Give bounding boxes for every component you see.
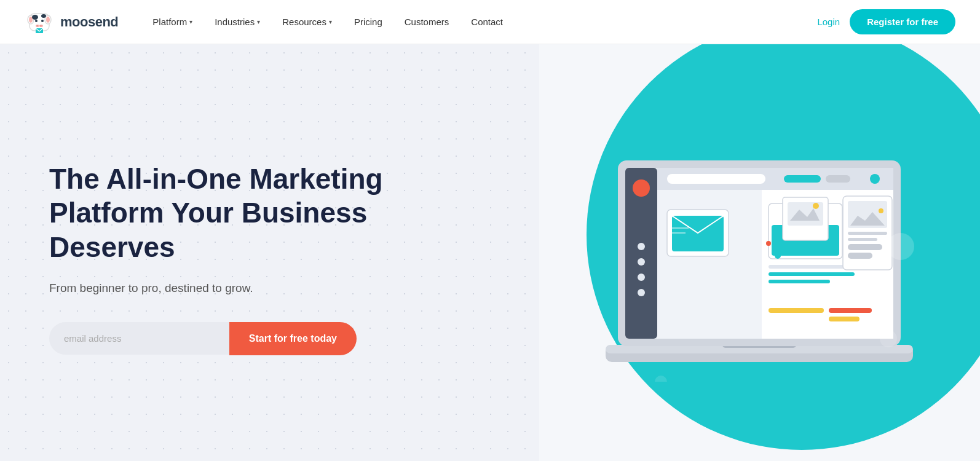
svg-rect-29 (826, 175, 850, 183)
svg-point-4 (46, 17, 50, 23)
svg-rect-56 (848, 253, 872, 259)
svg-point-12 (41, 25, 42, 26)
navbar: moosend Platform ▾ Industries ▾ Resource… (0, 0, 980, 44)
svg-point-6 (41, 14, 46, 18)
svg-point-8 (41, 20, 44, 22)
register-button[interactable]: Register for free (850, 9, 955, 34)
nav-links: Platform ▾ Industries ▾ Resources ▾ Pric… (143, 12, 817, 32)
svg-point-5 (32, 15, 38, 20)
svg-rect-47 (769, 308, 824, 313)
nav-resources[interactable]: Resources ▾ (272, 12, 342, 32)
svg-point-59 (655, 376, 667, 382)
svg-point-23 (638, 289, 645, 296)
hero-left: The All-in-One Marketing Platform Your B… (0, 44, 539, 461)
nav-pricing[interactable]: Pricing (344, 12, 392, 32)
svg-point-21 (638, 258, 645, 266)
svg-rect-27 (667, 174, 765, 184)
platform-arrow-icon: ▾ (189, 18, 192, 25)
svg-rect-48 (829, 308, 872, 313)
svg-rect-55 (848, 244, 882, 250)
login-link[interactable]: Login (817, 17, 840, 27)
nav-platform[interactable]: Platform ▾ (143, 12, 202, 32)
laptop-illustration (587, 124, 931, 382)
svg-rect-28 (784, 175, 821, 183)
nav-contact[interactable]: Contact (461, 12, 513, 32)
hero-section: The All-in-One Marketing Platform Your B… (0, 44, 980, 461)
email-input[interactable] (49, 322, 229, 355)
brand-name: moosend (60, 14, 118, 30)
hero-subtitle: From beginner to pro, destined to grow. (49, 282, 502, 295)
svg-rect-45 (769, 272, 855, 276)
svg-point-41 (813, 203, 819, 209)
nav-industries[interactable]: Industries ▾ (205, 12, 270, 32)
svg-point-52 (879, 208, 883, 213)
svg-point-30 (870, 174, 880, 184)
nav-auth: Login Register for free (817, 9, 955, 34)
svg-point-24 (633, 179, 650, 197)
svg-rect-46 (769, 280, 830, 283)
svg-point-58 (880, 330, 897, 347)
hero-form: Start for free today (49, 322, 357, 355)
svg-point-22 (638, 274, 645, 281)
svg-rect-53 (848, 232, 887, 235)
svg-point-7 (35, 20, 38, 22)
logo-area[interactable]: moosend (25, 7, 118, 37)
svg-point-57 (887, 233, 914, 260)
nav-customers[interactable]: Customers (395, 12, 459, 32)
resources-arrow-icon: ▾ (329, 18, 332, 25)
svg-point-20 (638, 243, 645, 250)
svg-rect-49 (829, 317, 859, 321)
logo-icon (25, 7, 54, 37)
svg-point-42 (766, 241, 771, 246)
svg-rect-54 (848, 238, 877, 241)
industries-arrow-icon: ▾ (257, 18, 260, 25)
start-free-button[interactable]: Start for free today (229, 322, 357, 355)
hero-right (539, 44, 980, 461)
svg-point-11 (37, 25, 38, 26)
svg-point-43 (775, 253, 781, 259)
hero-title: The All-in-One Marketing Platform Your B… (49, 162, 406, 264)
